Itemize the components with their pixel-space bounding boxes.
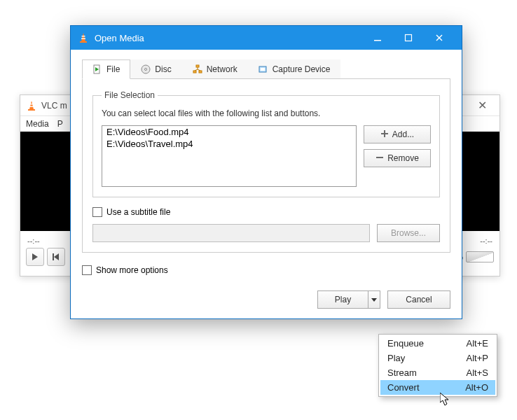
capture-icon (258, 64, 268, 74)
chevron-down-icon (371, 295, 377, 304)
menu-item-accel: Alt+E (467, 338, 488, 349)
subtitle-row: Use a subtitle file (92, 207, 440, 217)
svg-marker-31 (440, 393, 448, 405)
svg-marker-7 (81, 33, 85, 41)
minus-icon (375, 153, 384, 164)
volume-slider[interactable] (466, 251, 494, 262)
tab-file[interactable]: File (82, 59, 130, 79)
svg-rect-29 (376, 157, 383, 158)
tab-disc[interactable]: Disc (130, 59, 181, 78)
file-selection-legend: File Selection (102, 90, 158, 100)
cancel-button-label: Cancel (406, 295, 432, 304)
file-list[interactable]: E:\Videos\Food.mp4 E:\Videos\Travel.mp4 (102, 125, 357, 187)
close-icon[interactable]: ✕ (471, 99, 494, 112)
browse-button: Browse... (377, 224, 440, 242)
remove-button-label: Remove (387, 153, 419, 163)
prev-button[interactable] (47, 248, 65, 266)
tab-capture-label: Capture Device (273, 64, 331, 74)
svg-rect-12 (406, 35, 412, 41)
more-options-label: Show more options (96, 265, 168, 275)
menu-media[interactable]: Media (26, 119, 49, 129)
dialog-titlebar: Open Media (71, 26, 462, 50)
menu-item-accel: Alt+S (467, 368, 488, 378)
menu-item-label: Convert (387, 382, 420, 393)
svg-rect-2 (29, 106, 34, 106)
tab-network[interactable]: Network (182, 59, 248, 78)
dialog-title: Open Media (95, 33, 362, 43)
tabs: File Disc Network Capture Device (82, 59, 450, 79)
play-button-label: Play (335, 295, 351, 304)
plus-icon (380, 130, 389, 140)
browse-button-label: Browse... (391, 228, 426, 238)
svg-rect-8 (82, 36, 85, 36)
svg-rect-9 (81, 38, 85, 39)
menu-truncated[interactable]: P (57, 119, 63, 129)
vlc-cone-icon (26, 100, 37, 111)
menu-item-label: Stream (387, 368, 417, 378)
network-icon (193, 64, 202, 74)
tab-file-label: File (106, 64, 120, 74)
list-item[interactable]: E:\Videos\Travel.mp4 (102, 138, 356, 150)
svg-rect-20 (193, 71, 196, 73)
svg-marker-4 (32, 253, 38, 260)
tab-disc-label: Disc (155, 64, 171, 74)
subtitle-path-input (92, 224, 370, 242)
menu-item-label: Play (387, 353, 405, 363)
file-selection-desc: You can select local files with the foll… (102, 108, 431, 118)
close-button[interactable] (424, 26, 455, 50)
more-options-checkbox[interactable] (82, 265, 92, 275)
svg-rect-19 (196, 65, 199, 67)
more-options-row: Show more options (82, 265, 450, 275)
minimize-button[interactable] (362, 26, 393, 50)
menu-item-enqueue[interactable]: Enqueue Alt+E (380, 336, 495, 351)
tab-capture[interactable]: Capture Device (248, 59, 341, 78)
time-elapsed: --:-- (27, 237, 40, 245)
add-button-label: Add... (392, 130, 414, 139)
menu-item-play[interactable]: Play Alt+P (380, 351, 495, 365)
svg-rect-21 (199, 71, 202, 73)
remove-button[interactable]: Remove (364, 149, 431, 167)
mouse-cursor-icon (440, 393, 451, 407)
tab-network-label: Network (207, 64, 237, 74)
file-selection-group: File Selection You can select local file… (92, 90, 440, 197)
list-item[interactable]: E:\Videos\Food.mp4 (102, 126, 356, 138)
play-button[interactable] (26, 248, 44, 266)
play-button[interactable]: Play (317, 290, 368, 309)
svg-rect-11 (374, 40, 381, 41)
vlc-cone-icon (78, 32, 89, 43)
menu-item-stream[interactable]: Stream Alt+S (380, 365, 495, 380)
file-icon (92, 64, 102, 74)
time-total: --:-- (480, 237, 492, 245)
menu-item-convert[interactable]: Convert Alt+O (380, 380, 495, 395)
menu-item-label: Enqueue (387, 338, 424, 349)
play-split-button: Play (317, 290, 380, 309)
cancel-button[interactable]: Cancel (387, 290, 450, 309)
svg-marker-30 (371, 298, 377, 302)
subtitle-checkbox[interactable] (92, 207, 102, 217)
svg-rect-5 (53, 253, 54, 260)
subtitle-checkbox-label: Use a subtitle file (106, 207, 170, 217)
svg-rect-10 (80, 41, 87, 43)
add-button[interactable]: Add... (364, 125, 431, 144)
maximize-button[interactable] (393, 26, 424, 50)
play-dropdown-menu: Enqueue Alt+E Play Alt+P Stream Alt+S Co… (378, 334, 497, 397)
tab-content: File Selection You can select local file… (82, 79, 450, 253)
svg-point-18 (145, 69, 147, 71)
svg-marker-6 (54, 253, 59, 260)
svg-rect-1 (30, 104, 34, 104)
svg-marker-0 (29, 101, 34, 109)
play-dropdown-button[interactable] (368, 290, 380, 309)
svg-rect-3 (28, 109, 35, 111)
open-media-dialog: Open Media File Disc Network Capture Dev… (70, 25, 462, 319)
svg-rect-28 (381, 133, 388, 134)
svg-rect-26 (261, 68, 265, 71)
disc-icon (141, 64, 151, 74)
menu-item-accel: Alt+O (465, 382, 488, 393)
menu-item-accel: Alt+P (467, 353, 488, 363)
